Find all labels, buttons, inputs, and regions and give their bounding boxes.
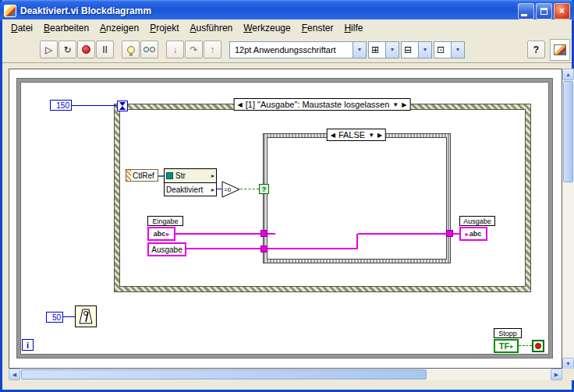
- wire-timeout[interactable]: [72, 105, 117, 106]
- timeout-constant[interactable]: 150: [50, 100, 72, 111]
- wire-wait[interactable]: [63, 316, 75, 317]
- vi-icon: [554, 44, 566, 55]
- horizontal-scrollbar[interactable]: ◀ ▶: [9, 369, 562, 380]
- wire-case-stub[interactable]: [268, 233, 275, 235]
- scroll-down-button[interactable]: ▼: [562, 358, 574, 369]
- wire-ctlref[interactable]: [158, 175, 164, 177]
- vertical-scroll-thumb[interactable]: [563, 81, 573, 182]
- retain-wire-values-button[interactable]: [140, 41, 158, 58]
- control-refnum-constant[interactable]: CtlRef: [126, 169, 158, 182]
- resize-objects-dropdown[interactable]: ⊡ ▼: [434, 41, 465, 58]
- output-arrow-icon: ▸: [166, 231, 169, 238]
- menu-werkzeuge[interactable]: Werkzeuge: [238, 21, 296, 35]
- maximize-icon: [540, 8, 547, 15]
- property-node-class-row[interactable]: Str ▸: [165, 169, 216, 183]
- highlight-execution-button[interactable]: [122, 41, 140, 58]
- app-icon: [4, 5, 16, 17]
- property-node-property: Deaktiviert: [166, 185, 203, 194]
- property-node[interactable]: Str ▸ Deaktiviert ▸: [164, 168, 217, 196]
- next-event-icon[interactable]: ▶: [402, 101, 406, 108]
- wire-ausgabe-out[interactable]: [453, 233, 459, 235]
- minimize-button[interactable]: [518, 3, 534, 19]
- font-selector[interactable]: 12pt Anwendungsschriftart ▼: [229, 41, 367, 58]
- case-selector-terminal[interactable]: ?: [259, 184, 269, 194]
- font-selector-value: 12pt Anwendungsschriftart: [230, 45, 341, 55]
- case-menu-icon[interactable]: ▼: [368, 132, 374, 139]
- wire-boolean-selector[interactable]: [240, 189, 259, 189]
- wire-case-vertical[interactable]: [356, 234, 358, 249]
- chevron-down-icon[interactable]: ▼: [353, 42, 366, 58]
- wire-stop[interactable]: [519, 345, 532, 346]
- maximize-button[interactable]: [536, 3, 552, 19]
- wire-case-lower[interactable]: [268, 248, 358, 249]
- align-objects-dropdown[interactable]: ⊞ ▼: [368, 41, 399, 58]
- run-continuous-button[interactable]: ↻: [58, 41, 76, 58]
- step-over-button[interactable]: ↷: [185, 41, 203, 58]
- tunnel-eingabe[interactable]: [260, 230, 268, 237]
- chevron-down-icon[interactable]: ▼: [385, 42, 399, 58]
- tunnel-out[interactable]: [446, 230, 453, 237]
- scroll-up-button[interactable]: ▲: [562, 69, 574, 80]
- step-into-button[interactable]: ↓: [166, 41, 184, 58]
- abort-button[interactable]: [77, 41, 95, 58]
- event-selector-label[interactable]: ◀ [1] "Ausgabe": Maustaste losgelassen ▼…: [234, 98, 411, 111]
- wire-ausgabe-local[interactable]: [186, 248, 260, 249]
- ausgabe-type: abc: [469, 230, 482, 238]
- output-arrow-icon: ▸: [211, 186, 214, 193]
- title-bar: Deaktiviert.vi Blockdiagramm ×: [0, 0, 574, 22]
- chevron-down-icon[interactable]: ▼: [418, 42, 431, 58]
- menu-hilfe[interactable]: Hilfe: [338, 21, 368, 35]
- boolean-type: TF: [499, 341, 509, 351]
- help-button[interactable]: ?: [527, 41, 545, 58]
- menu-fenster[interactable]: Fenster: [296, 21, 339, 35]
- close-button[interactable]: ×: [554, 3, 570, 19]
- equals-zero-node[interactable]: =0: [221, 181, 240, 198]
- scroll-right-button[interactable]: ▶: [551, 369, 562, 380]
- labview-window: Deaktiviert.vi Blockdiagramm × Datei Bea…: [0, 0, 574, 392]
- resize-objects-icon: ⊡: [434, 44, 447, 55]
- ausgabe-terminal[interactable]: ▸ abc: [459, 227, 487, 241]
- menu-datei[interactable]: Datei: [5, 21, 38, 35]
- chevron-down-icon[interactable]: ▼: [451, 42, 464, 58]
- horizontal-scroll-thumb[interactable]: [21, 369, 427, 380]
- event-menu-icon[interactable]: ▼: [392, 101, 399, 108]
- refnum-pattern-icon: [126, 170, 131, 181]
- stopp-terminal[interactable]: TF ▸: [494, 339, 519, 353]
- metronome-icon: [76, 307, 95, 326]
- case-selector-label[interactable]: ◀ FALSE ▼ ▶: [327, 129, 386, 141]
- wait-ms-function[interactable]: [75, 305, 97, 327]
- wire-case-upper[interactable]: [358, 233, 446, 235]
- ausgabe-local-variable[interactable]: Ausgabe: [147, 242, 186, 256]
- block-diagram-canvas[interactable]: ◀ [1] "Ausgabe": Maustaste losgelassen ▼…: [9, 69, 562, 369]
- eingabe-terminal[interactable]: abc ▸: [147, 227, 175, 241]
- glasses-icon: [144, 47, 155, 52]
- iteration-terminal[interactable]: i: [22, 339, 34, 351]
- menu-anzeigen[interactable]: Anzeigen: [94, 21, 144, 35]
- equals-zero-label: =0: [224, 186, 232, 193]
- tunnel-ausgabe-local[interactable]: [260, 245, 268, 253]
- property-node-property-row[interactable]: Deaktiviert ▸: [165, 183, 216, 196]
- vi-icon-panel: [550, 39, 570, 61]
- scroll-left-button[interactable]: ◀: [9, 369, 20, 380]
- wire-eingabe[interactable]: [175, 233, 260, 235]
- wait-constant[interactable]: 50: [46, 312, 63, 323]
- case-selector-text: FALSE: [338, 130, 365, 139]
- toolbar: ▷ ↻ II ↓ ↷ ↑ 12pt Anwendungsschriftart ▼…: [2, 37, 572, 63]
- stopp-label: Stopp: [494, 328, 522, 338]
- pause-button[interactable]: II: [96, 41, 114, 58]
- menu-bearbeiten[interactable]: Bearbeiten: [38, 21, 94, 35]
- run-button[interactable]: ▷: [40, 41, 58, 58]
- step-out-button[interactable]: ↑: [204, 41, 221, 58]
- next-case-icon[interactable]: ▶: [377, 132, 382, 139]
- distribute-objects-dropdown[interactable]: ⊟ ▼: [401, 41, 432, 58]
- prev-event-icon[interactable]: ◀: [238, 101, 243, 108]
- prev-case-icon[interactable]: ◀: [331, 132, 335, 139]
- property-node-class: Str: [175, 171, 186, 180]
- distribute-objects-icon: ⊟: [402, 44, 414, 55]
- lightbulb-icon: [127, 46, 135, 54]
- loop-condition-terminal[interactable]: [532, 340, 544, 352]
- vertical-scrollbar[interactable]: ▲ ▼: [562, 69, 574, 369]
- menu-ausfuehren[interactable]: Ausführen: [185, 21, 239, 35]
- timeout-terminal[interactable]: [117, 101, 128, 111]
- menu-projekt[interactable]: Projekt: [144, 21, 184, 35]
